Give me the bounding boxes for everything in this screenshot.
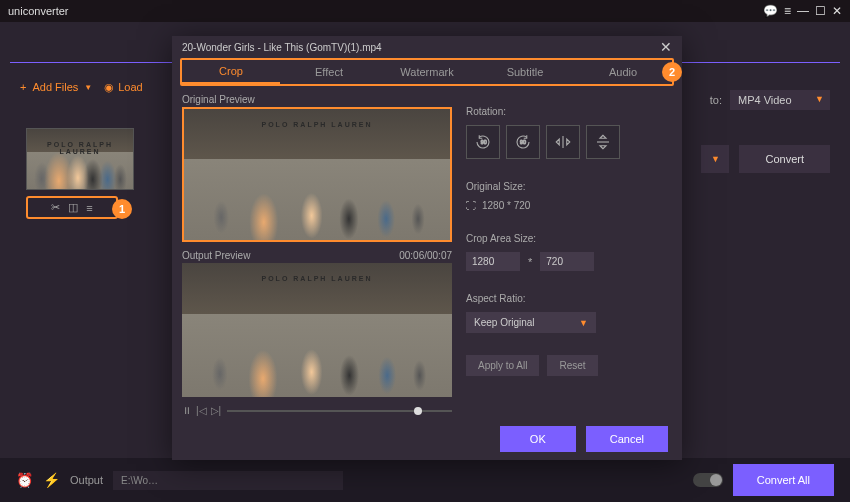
- rotate-left-90-button[interactable]: 90: [466, 125, 500, 159]
- video-thumbnail[interactable]: [26, 128, 134, 190]
- aspect-ratio-label: Aspect Ratio:: [466, 293, 672, 304]
- convert-area: ▼ Convert: [701, 145, 830, 173]
- plus-icon: +: [20, 81, 26, 93]
- convert-all-button[interactable]: Convert All: [733, 464, 834, 496]
- add-files-label: Add Files: [32, 81, 78, 93]
- original-size-label: Original Size:: [466, 181, 672, 192]
- tab-audio[interactable]: Audio: [574, 60, 672, 84]
- bottombar: ⏰ ⚡ Output E:\Wo… Convert All: [0, 458, 850, 502]
- crop-modal: 20-Wonder Girls - Like This (GomTV)(1).m…: [172, 36, 682, 460]
- video-thumbnail-area: ✂ ◫ ≡: [26, 128, 164, 219]
- output-path-field[interactable]: E:\Wo…: [113, 471, 343, 490]
- modal-tabs: Crop Effect Watermark Subtitle Audio: [180, 58, 674, 86]
- window-controls: 💬 ≡ — ☐ ✕: [763, 4, 842, 18]
- modal-body: Original Preview Output Preview 00:06/00…: [172, 86, 682, 426]
- add-files-button[interactable]: + Add Files ▼: [20, 81, 92, 93]
- crop-width-input[interactable]: [466, 252, 520, 271]
- minimize-icon[interactable]: —: [797, 4, 809, 18]
- cut-icon[interactable]: ✂: [51, 201, 60, 214]
- format-select[interactable]: MP4 Video ▼: [730, 90, 830, 110]
- merge-toggle[interactable]: [693, 473, 723, 487]
- crop-height-input[interactable]: [540, 252, 594, 271]
- tab-watermark[interactable]: Watermark: [378, 60, 476, 84]
- timecode: 00:06/00:07: [399, 250, 452, 261]
- original-preview-text: Original Preview: [182, 94, 255, 105]
- thumbnail-tools: ✂ ◫ ≡: [26, 196, 118, 219]
- crop-size-row: *: [466, 252, 672, 271]
- callout-2: 2: [662, 62, 682, 82]
- convert-button[interactable]: Convert: [739, 145, 830, 173]
- ok-button[interactable]: OK: [500, 426, 576, 452]
- rotate-right-90-button[interactable]: 90: [506, 125, 540, 159]
- alarm-icon[interactable]: ⏰: [16, 472, 33, 488]
- action-row: Apply to All Reset: [466, 355, 672, 376]
- modal-footer: OK Cancel: [172, 426, 682, 462]
- output-preview-label: Output Preview 00:06/00:07: [182, 250, 452, 261]
- crop-icon[interactable]: ◫: [68, 201, 78, 214]
- reset-button[interactable]: Reset: [547, 355, 597, 376]
- original-size-value: 1280 * 720: [482, 200, 530, 211]
- tab-crop[interactable]: Crop: [182, 60, 280, 84]
- chat-icon[interactable]: 💬: [763, 4, 778, 18]
- modal-header: 20-Wonder Girls - Like This (GomTV)(1).m…: [172, 36, 682, 58]
- svg-text:90: 90: [481, 139, 487, 145]
- playback-controls: ⏸ |◁ ▷|: [182, 405, 221, 416]
- close-icon[interactable]: ✕: [660, 39, 672, 55]
- titlebar: uniconverter 💬 ≡ — ☐ ✕: [0, 0, 850, 22]
- rotation-label: Rotation:: [466, 106, 672, 117]
- chevron-down-icon: ▼: [84, 83, 92, 92]
- more-icon[interactable]: ≡: [86, 202, 92, 214]
- maximize-icon[interactable]: ☐: [815, 4, 826, 18]
- tab-effect[interactable]: Effect: [280, 60, 378, 84]
- multiply-label: *: [528, 256, 532, 268]
- prev-frame-icon[interactable]: |◁: [196, 405, 207, 416]
- timeline-slider[interactable]: [227, 410, 452, 412]
- modal-title: 20-Wonder Girls - Like This (GomTV)(1).m…: [182, 42, 382, 53]
- tab-subtitle[interactable]: Subtitle: [476, 60, 574, 84]
- original-preview-label: Original Preview: [182, 94, 452, 105]
- original-preview[interactable]: [182, 107, 452, 242]
- expand-icon: ⛶: [466, 200, 476, 211]
- aspect-ratio-select[interactable]: Keep Original ▼: [466, 312, 596, 333]
- flip-horizontal-button[interactable]: [546, 125, 580, 159]
- aspect-ratio-value: Keep Original: [474, 317, 535, 328]
- format-dropdown-small[interactable]: ▼: [701, 145, 729, 173]
- bolt-icon[interactable]: ⚡: [43, 472, 60, 488]
- load-button[interactable]: ◉ Load: [104, 81, 142, 94]
- controls-column: Rotation: 90 90 Original Size: ⛶ 1280 * …: [466, 94, 672, 418]
- callout-1: 1: [112, 199, 132, 219]
- output-preview: [182, 263, 452, 398]
- chevron-down-icon: ▼: [579, 318, 588, 328]
- to-label: to:: [710, 94, 722, 106]
- original-size-row: ⛶ 1280 * 720: [466, 200, 672, 211]
- apply-to-all-button[interactable]: Apply to All: [466, 355, 539, 376]
- play-pause-icon[interactable]: ⏸: [182, 405, 192, 416]
- target-icon: ◉: [104, 81, 114, 94]
- cancel-button[interactable]: Cancel: [586, 426, 668, 452]
- close-icon[interactable]: ✕: [832, 4, 842, 18]
- format-value: MP4 Video: [738, 94, 792, 106]
- chevron-down-icon: ▼: [815, 94, 824, 104]
- load-label: Load: [118, 81, 142, 93]
- output-format-area: to: MP4 Video ▼: [710, 90, 830, 110]
- preview-column: Original Preview Output Preview 00:06/00…: [182, 94, 452, 418]
- next-frame-icon[interactable]: ▷|: [211, 405, 222, 416]
- flip-vertical-button[interactable]: [586, 125, 620, 159]
- svg-text:90: 90: [520, 139, 526, 145]
- app-name: uniconverter: [8, 5, 69, 17]
- rotation-buttons: 90 90: [466, 125, 672, 159]
- output-preview-text: Output Preview: [182, 250, 250, 261]
- timeline: ⏸ |◁ ▷|: [182, 403, 452, 418]
- output-label: Output: [70, 474, 103, 486]
- menu-icon[interactable]: ≡: [784, 4, 791, 18]
- crop-area-label: Crop Area Size:: [466, 233, 672, 244]
